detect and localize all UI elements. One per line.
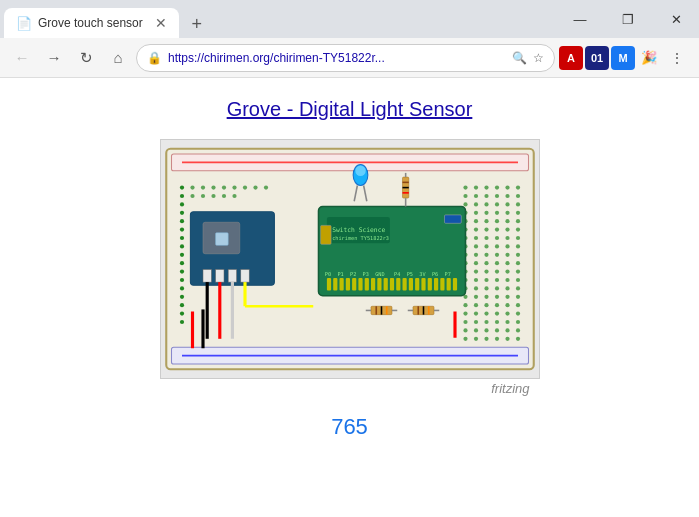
- svg-point-91: [484, 261, 488, 265]
- svg-text:P3: P3: [362, 271, 368, 277]
- svg-point-100: [515, 270, 519, 274]
- svg-text:chirimen TY51822r3: chirimen TY51822r3: [332, 235, 389, 241]
- svg-point-92: [494, 261, 498, 265]
- svg-point-135: [505, 320, 509, 324]
- svg-point-22: [190, 186, 194, 190]
- svg-point-31: [200, 194, 204, 198]
- counter-ext-icon[interactable]: 01: [585, 46, 609, 70]
- svg-point-74: [494, 236, 498, 240]
- fritzing-label: fritzing: [160, 381, 540, 396]
- svg-point-106: [515, 278, 519, 282]
- svg-point-32: [211, 194, 215, 198]
- svg-point-29: [263, 186, 267, 190]
- svg-point-88: [515, 253, 519, 257]
- svg-text:P0: P0: [324, 271, 330, 277]
- svg-rect-182: [427, 278, 431, 291]
- svg-point-12: [179, 244, 183, 248]
- svg-point-15: [179, 270, 183, 274]
- page-title[interactable]: Grove - Digital Light Sensor: [227, 98, 473, 121]
- svg-point-136: [515, 320, 519, 324]
- svg-text:P2: P2: [350, 271, 356, 277]
- svg-point-45: [505, 194, 509, 198]
- address-bar[interactable]: 🔒 https://chirimen.org/chirimen-TY51822r…: [136, 44, 555, 72]
- new-tab-button[interactable]: +: [183, 10, 211, 38]
- svg-point-93: [505, 261, 509, 265]
- svg-point-34: [232, 194, 236, 198]
- url-text: https://chirimen.org/chirimen-TY51822r..…: [168, 51, 506, 65]
- forward-button[interactable]: →: [40, 44, 68, 72]
- svg-point-27: [242, 186, 246, 190]
- svg-point-134: [494, 320, 498, 324]
- svg-point-13: [179, 253, 183, 257]
- svg-point-49: [484, 202, 488, 206]
- svg-point-116: [494, 295, 498, 299]
- refresh-button[interactable]: ↻: [72, 44, 100, 72]
- meta-ext-icon[interactable]: M: [611, 46, 635, 70]
- svg-rect-172: [364, 278, 368, 291]
- page-content: Grove - Digital Light Sensor: [0, 78, 699, 517]
- svg-point-41: [463, 194, 467, 198]
- svg-text:P4: P4: [394, 271, 400, 277]
- svg-text:GND: GND: [375, 271, 384, 277]
- svg-rect-183: [434, 278, 438, 291]
- svg-point-69: [505, 228, 509, 232]
- svg-point-138: [473, 328, 477, 332]
- svg-rect-155: [240, 270, 248, 283]
- back-button[interactable]: ←: [8, 44, 36, 72]
- svg-point-6: [179, 194, 183, 198]
- svg-point-96: [473, 270, 477, 274]
- svg-rect-174: [377, 278, 381, 291]
- svg-point-66: [473, 228, 477, 232]
- svg-point-125: [463, 312, 467, 316]
- svg-rect-179: [408, 278, 412, 291]
- svg-point-54: [473, 211, 477, 215]
- svg-point-42: [473, 194, 477, 198]
- svg-point-67: [484, 228, 488, 232]
- nav-bar: ← → ↻ ⌂ 🔒 https://chirimen.org/chirimen-…: [0, 38, 699, 78]
- svg-point-118: [515, 295, 519, 299]
- svg-point-127: [484, 312, 488, 316]
- svg-point-147: [505, 337, 509, 341]
- menu-button[interactable]: ⋮: [663, 44, 691, 72]
- tab-title: Grove touch sensor: [38, 16, 143, 30]
- svg-point-112: [515, 286, 519, 290]
- svg-point-36: [473, 186, 477, 190]
- svg-rect-171: [358, 278, 362, 291]
- svg-point-121: [484, 303, 488, 307]
- svg-point-16: [179, 278, 183, 282]
- adobe-ext-icon[interactable]: A: [559, 46, 583, 70]
- party-ext-icon[interactable]: 🎉: [637, 46, 661, 70]
- svg-point-90: [473, 261, 477, 265]
- svg-point-72: [473, 236, 477, 240]
- active-tab[interactable]: 📄 Grove touch sensor ✕: [4, 8, 179, 38]
- svg-point-80: [494, 244, 498, 248]
- svg-text:P1: P1: [337, 271, 343, 277]
- svg-point-110: [494, 286, 498, 290]
- svg-point-46: [515, 194, 519, 198]
- svg-point-148: [515, 337, 519, 341]
- svg-point-114: [473, 295, 477, 299]
- svg-point-145: [484, 337, 488, 341]
- svg-point-14: [179, 261, 183, 265]
- svg-point-78: [473, 244, 477, 248]
- svg-point-56: [494, 211, 498, 215]
- svg-point-26: [232, 186, 236, 190]
- svg-point-126: [473, 312, 477, 316]
- svg-point-129: [505, 312, 509, 316]
- svg-point-109: [484, 286, 488, 290]
- svg-point-103: [484, 278, 488, 282]
- minimize-button[interactable]: —: [557, 0, 603, 38]
- svg-point-131: [463, 320, 467, 324]
- svg-text:P7: P7: [444, 271, 450, 277]
- maximize-button[interactable]: ❐: [605, 0, 651, 38]
- svg-point-21: [179, 320, 183, 324]
- svg-point-24: [211, 186, 215, 190]
- svg-point-104: [494, 278, 498, 282]
- svg-point-8: [179, 211, 183, 215]
- svg-point-43: [484, 194, 488, 198]
- close-button[interactable]: ✕: [653, 0, 699, 38]
- svg-rect-178: [402, 278, 406, 291]
- svg-point-28: [253, 186, 257, 190]
- tab-close-button[interactable]: ✕: [155, 16, 167, 30]
- home-button[interactable]: ⌂: [104, 44, 132, 72]
